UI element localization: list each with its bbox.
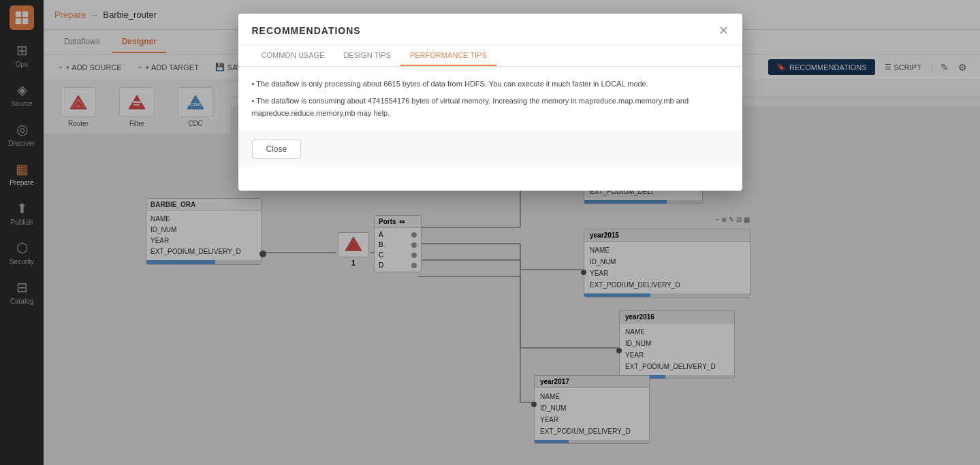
modal-close-btn[interactable]: Close [252,140,302,159]
modal-tab-common-usage[interactable]: COMMON USAGE [252,46,334,66]
modal-footer: Close [238,131,742,167]
modal-tab-performance-tips[interactable]: PERFORMANCE TIPS [400,46,496,66]
modal-close-button[interactable]: ✕ [718,25,729,37]
modal-tab-design-tips[interactable]: DESIGN TIPS [334,46,400,66]
modal-title: RECOMMENDATIONS [252,25,361,36]
performance-tip-1: • The dataflow is only processing about … [252,78,729,91]
performance-tip-2: • The dataflow is consuming about 474155… [252,95,729,120]
modal-tabs: COMMON USAGE DESIGN TIPS PERFORMANCE TIP… [238,46,742,67]
modal-body: • The dataflow is only processing about … [238,67,742,131]
recommendations-modal: RECOMMENDATIONS ✕ COMMON USAGE DESIGN TI… [238,14,742,191]
modal-overlay[interactable]: RECOMMENDATIONS ✕ COMMON USAGE DESIGN TI… [0,0,980,465]
modal-header: RECOMMENDATIONS ✕ [238,14,742,46]
